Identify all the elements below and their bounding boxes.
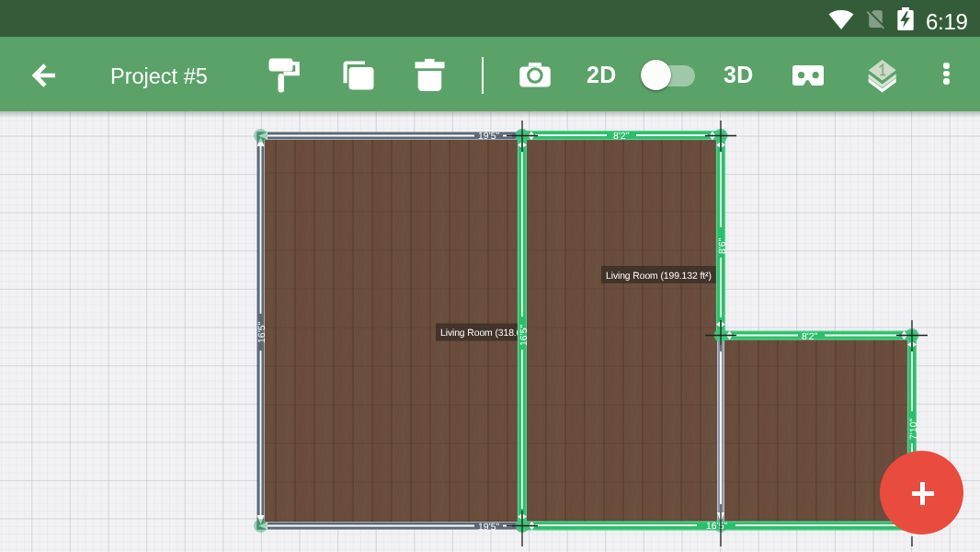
svg-text:16'5": 16'5": [518, 324, 530, 346]
svg-text:Living Room (199.132 ft²): Living Room (199.132 ft²): [606, 271, 712, 282]
svg-text:16'5": 16'5": [256, 321, 268, 343]
svg-text:16'5": 16'5": [706, 521, 728, 532]
svg-text:7'10": 7'10": [908, 418, 919, 440]
svg-text:8'2": 8'2": [613, 131, 630, 142]
svg-text:8'2": 8'2": [802, 331, 818, 342]
svg-text:8'6": 8'6": [717, 237, 728, 254]
svg-text:19'5": 19'5": [478, 522, 500, 533]
svg-text:19'5": 19'5": [478, 131, 500, 142]
